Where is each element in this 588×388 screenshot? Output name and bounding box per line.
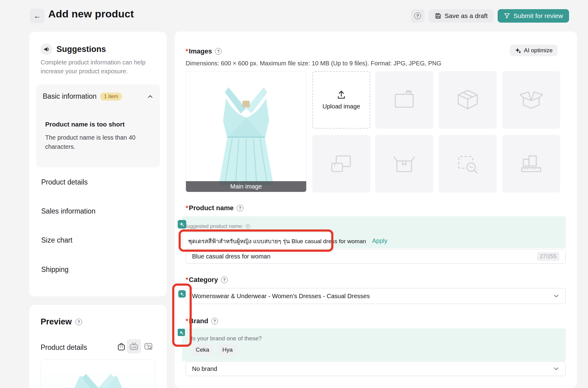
tab-product-view[interactable]: [116, 341, 127, 352]
submit-review-button[interactable]: Submit for review: [498, 9, 569, 23]
suggestions-title: Suggestions: [56, 45, 106, 54]
megaphone-icon: [41, 43, 52, 55]
ai-optimize-button[interactable]: AI optimize: [510, 45, 557, 56]
suggested-name-label: Suggested product name:: [184, 223, 243, 229]
suggestion-group: Basic information 1 item Product name is…: [36, 84, 160, 167]
sidebar-item-size-chart[interactable]: Size chart: [41, 236, 72, 244]
funnel-icon: [504, 13, 510, 19]
ai-assist-badge-brand[interactable]: [177, 328, 186, 337]
suggestion-group-header[interactable]: Basic information 1 item: [43, 92, 153, 101]
main-image-badge: Main image: [186, 181, 306, 192]
brand-value: No brand: [192, 365, 217, 372]
brand-question: Is your brand one of these?: [191, 335, 262, 342]
image-slot-empty: [312, 135, 370, 192]
product-name-input[interactable]: Blue casual dress for woman 27/255: [186, 249, 566, 264]
image-slot-empty: [439, 71, 497, 129]
char-counter: 27/255: [537, 252, 559, 261]
back-arrow-icon: [34, 12, 41, 20]
chevron-up-icon[interactable]: [147, 93, 153, 100]
box-stack-icon: [327, 150, 355, 178]
suggested-name-help-icon[interactable]: [245, 224, 250, 229]
sparkle-plus-icon: [180, 292, 184, 296]
box-search-icon: [454, 150, 482, 178]
product-photo: [186, 71, 306, 192]
tab-live-view[interactable]: LIVE: [127, 339, 141, 353]
product-name-help-icon[interactable]: [237, 205, 243, 211]
sparkle-plus-icon: [179, 330, 184, 335]
chevron-down-icon: [553, 366, 559, 372]
issue-title: Product name is too short: [45, 121, 153, 128]
box-ribbon-icon: [390, 86, 418, 114]
box-open-icon: [517, 86, 545, 114]
image-slot-empty: [439, 135, 497, 192]
category-select[interactable]: Womenswear & Underwear - Women's Dresses…: [186, 288, 566, 304]
suggestions-panel: Suggestions Complete product information…: [29, 32, 167, 296]
svg-text:LIVE: LIVE: [131, 346, 137, 349]
suggestion-count-badge: 1 item: [100, 93, 122, 101]
category-value: Womenswear & Underwear - Women's Dresses…: [192, 293, 370, 300]
preview-section-label: Product details: [41, 343, 87, 352]
upload-image-button[interactable]: Upload image: [312, 71, 370, 129]
suggested-name-row: ชุดเดรสสีฟ้าสำหรับผู้หญิง แบบสบายๆ รุ่น …: [183, 233, 331, 249]
submit-review-label: Submit for review: [514, 12, 563, 20]
box-isometric-icon: [454, 86, 482, 114]
brand-suggestion-block: [182, 328, 566, 361]
upload-image-label: Upload image: [322, 103, 360, 110]
chevron-down-icon: [553, 293, 559, 299]
page-title: Add new product: [48, 8, 134, 20]
images-label: Images: [186, 47, 212, 55]
live-tv-icon: LIVE: [129, 342, 138, 350]
category-help-icon[interactable]: [221, 276, 228, 283]
suggestions-description: Complete product information can help in…: [41, 58, 158, 76]
ai-assist-badge-category[interactable]: [178, 290, 186, 298]
back-button[interactable]: [30, 9, 45, 23]
box-ruler-icon: [517, 150, 545, 178]
preview-product-card: [41, 359, 155, 388]
sparkle-plus-icon: [180, 222, 184, 227]
save-icon: [435, 13, 441, 19]
ai-assist-badge-name[interactable]: [178, 220, 186, 229]
images-help-icon[interactable]: [215, 48, 222, 55]
question-circle-icon: [414, 13, 421, 19]
product-name-value: Blue casual dress for woman: [192, 253, 270, 260]
brand-help-icon[interactable]: [211, 318, 218, 324]
brand-label: Brand: [186, 317, 208, 325]
add-product-page: Add new product Save as a draft Submit f…: [0, 0, 588, 388]
ai-optimize-label: AI optimize: [524, 47, 553, 54]
box-lid-ribbon-icon: [390, 150, 418, 178]
suggested-name-value: ชุดเดรสสีฟ้าสำหรับผู้หญิง แบบสบายๆ รุ่น …: [188, 236, 366, 246]
image-slot-empty: [502, 135, 560, 192]
preview-title: Preview: [41, 317, 72, 327]
brand-chip-ceka[interactable]: Ceka: [191, 344, 214, 356]
save-draft-label: Save as a draft: [445, 12, 488, 20]
upload-icon: [337, 90, 346, 99]
category-label: Category: [186, 276, 218, 284]
tab-search-view[interactable]: [143, 341, 154, 352]
section-heading: Basic Information: [186, 31, 261, 34]
issue-description: The product name is less than 40 charact…: [45, 133, 149, 151]
apply-suggestion-link[interactable]: Apply: [372, 237, 387, 244]
preview-help-icon[interactable]: [75, 319, 82, 325]
page-search-icon: [144, 342, 153, 351]
help-button[interactable]: [411, 9, 424, 23]
product-name-label: Product name: [186, 204, 234, 212]
preview-dress-image: [41, 373, 155, 388]
sidebar-item-shipping[interactable]: Shipping: [41, 265, 69, 274]
sidebar-item-sales-information[interactable]: Sales information: [41, 207, 96, 215]
image-slot-empty: [502, 71, 560, 129]
brand-select[interactable]: No brand: [186, 361, 566, 376]
image-slot-empty: [375, 71, 433, 129]
image-grid: Main image Upload image: [186, 71, 561, 192]
sidebar-item-product-details[interactable]: Product details: [41, 178, 88, 186]
preview-panel: Preview Product details LIVE: [29, 305, 167, 388]
basic-information-section: Basic Information Images AI optimize Dim…: [175, 31, 577, 388]
sparkle-icon: [515, 47, 521, 54]
main-image-tile[interactable]: Main image: [186, 71, 307, 192]
suggestion-group-title: Basic information: [43, 92, 96, 101]
shopping-bag-icon: [117, 342, 125, 351]
images-hint: Dimensions: 600 × 600 px. Maximum file s…: [186, 60, 441, 67]
save-draft-button[interactable]: Save as a draft: [429, 9, 494, 23]
brand-chip-hya[interactable]: Hya: [218, 344, 237, 356]
image-slot-empty: [375, 135, 433, 192]
